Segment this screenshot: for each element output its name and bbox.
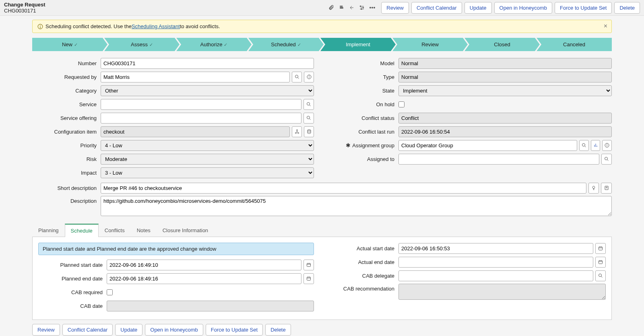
tab-schedule[interactable]: Schedule: [65, 224, 99, 237]
service-offering-field[interactable]: [101, 113, 301, 124]
requested-by-label: Requested by: [32, 74, 101, 80]
planned-end-field[interactable]: [107, 273, 301, 284]
svg-point-13: [307, 116, 310, 119]
force-update-button[interactable]: Force to Update Set: [555, 2, 612, 14]
svg-point-11: [307, 103, 310, 105]
conflict-alert: Scheduling conflict detected. Use the Sc…: [32, 20, 612, 33]
stage-scheduled[interactable]: Scheduled: [248, 38, 324, 51]
db-icon[interactable]: [304, 126, 314, 137]
lookup-icon[interactable]: [303, 99, 314, 110]
stage-canceled[interactable]: Canceled: [537, 38, 612, 51]
type-field: [398, 72, 612, 82]
info-icon[interactable]: [304, 72, 314, 82]
impact-select[interactable]: 3 - Low: [101, 167, 314, 178]
category-label: Category: [32, 88, 101, 94]
tab-planning[interactable]: Planning: [32, 224, 65, 237]
more-icon[interactable]: •••: [369, 4, 376, 11]
kb-icon[interactable]: [601, 183, 612, 194]
cab-date-label: CAB date: [38, 303, 107, 309]
footer-conflict-calendar-button[interactable]: Conflict Calendar: [62, 324, 113, 336]
calendar-icon[interactable]: [595, 243, 606, 254]
activity-icon[interactable]: [339, 5, 345, 10]
short-desc-field[interactable]: [101, 183, 586, 194]
state-select[interactable]: Implement: [398, 85, 612, 96]
svg-rect-36: [307, 277, 310, 280]
stage-assess[interactable]: Assess: [104, 38, 180, 51]
tab-closure[interactable]: Closure Information: [157, 224, 214, 237]
on-hold-checkbox[interactable]: [398, 101, 405, 107]
tree-icon[interactable]: [292, 126, 302, 137]
close-icon[interactable]: ×: [604, 23, 607, 30]
assignment-group-field[interactable]: [398, 140, 577, 151]
actual-end-field[interactable]: [398, 257, 593, 268]
number-label: Number: [32, 60, 101, 66]
cab-required-checkbox[interactable]: [107, 289, 113, 295]
review-button[interactable]: Review: [381, 2, 409, 14]
planned-start-field[interactable]: [107, 260, 301, 270]
stage-implement[interactable]: Implement: [320, 38, 396, 51]
lookup-icon[interactable]: [595, 270, 606, 281]
category-select[interactable]: Other: [101, 85, 314, 96]
tab-conflicts[interactable]: Conflicts: [99, 224, 131, 237]
right-column: Model Type State Implement On hold Confl…: [330, 58, 612, 181]
svg-line-49: [601, 276, 602, 278]
open-honeycomb-button[interactable]: Open in Honeycomb: [494, 2, 553, 14]
delete-button[interactable]: Delete: [614, 2, 640, 14]
footer-update-button[interactable]: Update: [115, 324, 142, 336]
stage-new[interactable]: New: [32, 38, 107, 51]
cab-rec-field: [398, 284, 606, 300]
scheduling-assistant-link[interactable]: Scheduling Assistant: [132, 23, 180, 29]
left-column: Number Requested by Category Other Servi…: [32, 58, 314, 181]
settings-icon[interactable]: [359, 5, 365, 10]
requested-by-field[interactable]: [101, 72, 290, 82]
planned-end-label: Planned end date: [38, 276, 107, 282]
risk-select[interactable]: Moderate: [101, 154, 314, 165]
attachment-icon[interactable]: [328, 5, 334, 10]
assigned-to-field[interactable]: [398, 154, 599, 165]
update-button[interactable]: Update: [464, 2, 492, 14]
lookup-icon[interactable]: [292, 72, 302, 82]
back-icon[interactable]: [349, 5, 354, 10]
conflict-calendar-button[interactable]: Conflict Calendar: [411, 2, 462, 14]
calendar-icon[interactable]: [303, 260, 314, 270]
suggestion-icon[interactable]: [588, 183, 599, 194]
risk-label: Risk: [32, 156, 101, 162]
chart-icon[interactable]: [591, 140, 601, 151]
stage-review[interactable]: Review: [392, 38, 468, 51]
stage-authorize[interactable]: Authorize: [176, 38, 252, 51]
footer-open-honeycomb-button[interactable]: Open in Honeycomb: [145, 324, 203, 336]
config-item-field[interactable]: [101, 126, 290, 137]
model-label: Model: [330, 60, 398, 66]
svg-rect-40: [599, 247, 602, 250]
schedule-info: Planned start date and Planned end date …: [38, 243, 314, 255]
svg-rect-32: [307, 264, 310, 267]
priority-select[interactable]: 4 - Low: [101, 140, 314, 151]
actual-start-field[interactable]: [398, 243, 593, 254]
desc-field[interactable]: https://github.com/honeycombio/microserv…: [101, 196, 612, 216]
cab-delegate-field[interactable]: [398, 270, 593, 281]
conflict-last-run-label: Conflict last run: [330, 129, 398, 135]
calendar-icon[interactable]: [595, 257, 606, 268]
footer-delete-button[interactable]: Delete: [265, 324, 291, 336]
svg-point-15: [296, 130, 297, 131]
number-field[interactable]: [101, 58, 314, 69]
alert-text-post: to avoid conflicts.: [180, 23, 220, 29]
header-icon-bar: •••: [328, 4, 376, 11]
svg-point-10: [309, 76, 309, 76]
tab-notes[interactable]: Notes: [131, 224, 157, 237]
svg-point-48: [599, 274, 601, 277]
footer-force-update-button[interactable]: Force to Update Set: [206, 324, 263, 336]
lookup-icon[interactable]: [601, 154, 612, 165]
assignment-group-label: ✱Assignment group: [330, 142, 398, 148]
footer-review-button[interactable]: Review: [32, 324, 60, 336]
lookup-icon[interactable]: [579, 140, 589, 151]
stage-closed[interactable]: Closed: [464, 38, 540, 51]
record-number: CHG0030171: [4, 8, 45, 14]
lookup-icon[interactable]: [303, 113, 314, 124]
svg-point-19: [582, 144, 585, 146]
calendar-icon[interactable]: [303, 273, 314, 284]
info-icon[interactable]: [602, 140, 612, 151]
svg-line-20: [584, 146, 586, 147]
service-offering-label: Service offering: [32, 115, 101, 121]
service-field[interactable]: [101, 99, 301, 110]
